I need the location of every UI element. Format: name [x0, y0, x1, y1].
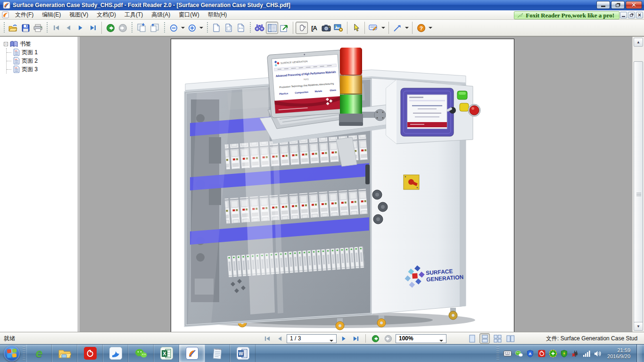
- taskbar-netease-music[interactable]: [77, 345, 103, 362]
- start-button[interactable]: [4, 346, 20, 362]
- mdi-minimize-button[interactable]: [620, 12, 627, 18]
- help-dropdown[interactable]: [429, 27, 432, 31]
- show-desktop-button[interactable]: [636, 345, 642, 362]
- bookmark-page-2[interactable]: 页面 2: [7, 57, 78, 65]
- status-first-page-button[interactable]: [262, 333, 272, 344]
- bookmark-root-label[interactable]: 书签: [20, 40, 31, 48]
- menu-advanced[interactable]: 高级(A): [147, 10, 174, 20]
- first-page-button[interactable]: [50, 22, 62, 34]
- open-button[interactable]: [7, 22, 19, 34]
- taskbar-thunder[interactable]: [103, 345, 128, 362]
- foxit-pro-promo-banner[interactable]: Foxit Reader Pro,work like a pro!: [514, 11, 619, 19]
- bookmark-label[interactable]: 页面 3: [22, 66, 38, 74]
- prev-document-button[interactable]: [135, 22, 148, 34]
- status-prev-page-button[interactable]: [274, 333, 285, 344]
- drawing-tool-button[interactable]: [391, 22, 404, 34]
- bookmark-label[interactable]: 页面 1: [22, 49, 38, 57]
- fit-width-button[interactable]: [235, 22, 247, 34]
- close-button[interactable]: ✕: [626, 1, 642, 9]
- last-page-button[interactable]: [87, 22, 99, 34]
- tray-security-shield-icon[interactable]: [560, 350, 568, 358]
- menu-help[interactable]: 帮助(H): [204, 10, 231, 20]
- minimize-button[interactable]: [596, 1, 610, 9]
- actual-size-button[interactable]: [210, 22, 223, 34]
- help-button[interactable]: ?: [415, 22, 427, 34]
- prev-page-button[interactable]: [62, 22, 74, 34]
- note-tool-button[interactable]: [367, 22, 380, 34]
- bookmark-root[interactable]: − 书签: [4, 40, 78, 48]
- zoom-in-dropdown[interactable]: [199, 27, 203, 31]
- convert-button[interactable]: [332, 22, 345, 34]
- tray-360-shield-icon[interactable]: A: [526, 350, 534, 358]
- continuous-facing-mode-button[interactable]: [492, 333, 503, 344]
- status-next-page-button[interactable]: [339, 333, 349, 344]
- select-annotation-button[interactable]: [350, 22, 362, 34]
- menu-file[interactable]: 文件(F): [11, 10, 38, 20]
- input-method-keyboard-icon[interactable]: [504, 350, 512, 358]
- taskbar-clock[interactable]: 21:59 2016/9/20: [607, 347, 630, 360]
- taskbar-excel[interactable]: X: [154, 345, 179, 362]
- find-button[interactable]: [253, 22, 266, 34]
- toolbar-grip[interactable]: [131, 22, 133, 33]
- zoom-combo-dropdown[interactable]: [439, 340, 443, 344]
- next-document-button[interactable]: [148, 22, 161, 34]
- print-button[interactable]: [32, 22, 44, 34]
- status-forward-button[interactable]: [383, 333, 394, 344]
- taskbar-notepad[interactable]: [205, 345, 230, 362]
- collapse-icon[interactable]: −: [4, 42, 8, 46]
- taskbar-wechat[interactable]: [128, 345, 154, 362]
- scroll-up-button[interactable]: ▲: [634, 38, 643, 47]
- taskbar-foxit-reader[interactable]: [179, 345, 205, 362]
- taskbar-explorer[interactable]: [52, 345, 77, 362]
- export-button[interactable]: [278, 22, 290, 34]
- hand-tool-button[interactable]: [296, 22, 308, 34]
- zoom-in-button[interactable]: [186, 22, 198, 34]
- snapshot-button[interactable]: [320, 22, 332, 34]
- menu-edit[interactable]: 编辑(E): [38, 10, 65, 20]
- vertical-scrollbar[interactable]: ▲ ▼: [632, 37, 644, 332]
- drawing-tool-dropdown[interactable]: [405, 27, 409, 31]
- toolbar-grip[interactable]: [46, 22, 48, 33]
- fit-page-button[interactable]: [223, 22, 235, 34]
- restore-button[interactable]: [611, 1, 625, 9]
- status-last-page-button[interactable]: [351, 333, 361, 344]
- bookmark-page-3[interactable]: 页面 3: [7, 65, 78, 74]
- note-tool-dropdown[interactable]: [381, 27, 385, 31]
- taskbar-word[interactable]: W: [230, 345, 256, 362]
- menu-tools[interactable]: 工具(T): [120, 10, 147, 20]
- go-back-button[interactable]: [104, 22, 116, 34]
- page-combo-dropdown[interactable]: [330, 340, 333, 344]
- mdi-restore-button[interactable]: [628, 12, 635, 18]
- page-number-combo[interactable]: 1 / 3: [287, 334, 337, 343]
- toolbar-grip[interactable]: [206, 22, 208, 33]
- single-page-mode-button[interactable]: [467, 333, 477, 344]
- bookmark-page-1[interactable]: 页面 1: [7, 48, 78, 57]
- tray-volume-icon[interactable]: [594, 350, 602, 358]
- next-page-button[interactable]: [74, 22, 87, 34]
- menu-document[interactable]: 文档(D): [92, 10, 120, 20]
- tray-360-safe-icon[interactable]: [549, 350, 557, 358]
- toolbar-grip[interactable]: [249, 22, 251, 33]
- go-forward-button[interactable]: [116, 22, 129, 34]
- save-button[interactable]: [19, 22, 32, 34]
- bookmarks-panel-toggle[interactable]: [266, 22, 278, 34]
- facing-mode-button[interactable]: [505, 333, 515, 344]
- taskbar-360-browser[interactable]: e: [26, 345, 52, 362]
- zoom-level-combo[interactable]: 100%: [396, 334, 446, 343]
- zoom-out-dropdown[interactable]: [181, 27, 185, 31]
- tray-wechat-icon[interactable]: [515, 350, 523, 358]
- menu-view[interactable]: 视图(V): [65, 10, 92, 20]
- toolbar-grip[interactable]: [3, 22, 5, 33]
- scroll-down-button[interactable]: ▼: [634, 322, 643, 331]
- tray-signal-bars-icon[interactable]: [583, 350, 591, 358]
- mdi-close-button[interactable]: ×: [636, 12, 643, 18]
- toolbar-grip[interactable]: [163, 22, 165, 33]
- tray-power-plug-icon[interactable]: [571, 350, 579, 358]
- continuous-mode-button[interactable]: [479, 333, 490, 344]
- bookmark-label[interactable]: 页面 2: [22, 57, 38, 65]
- tray-netease-music-icon[interactable]: [537, 350, 545, 358]
- menu-window[interactable]: 窗口(W): [174, 10, 203, 20]
- status-back-button[interactable]: [370, 333, 381, 344]
- scrollbar-thumb[interactable]: [634, 61, 643, 324]
- zoom-out-button[interactable]: [167, 22, 180, 34]
